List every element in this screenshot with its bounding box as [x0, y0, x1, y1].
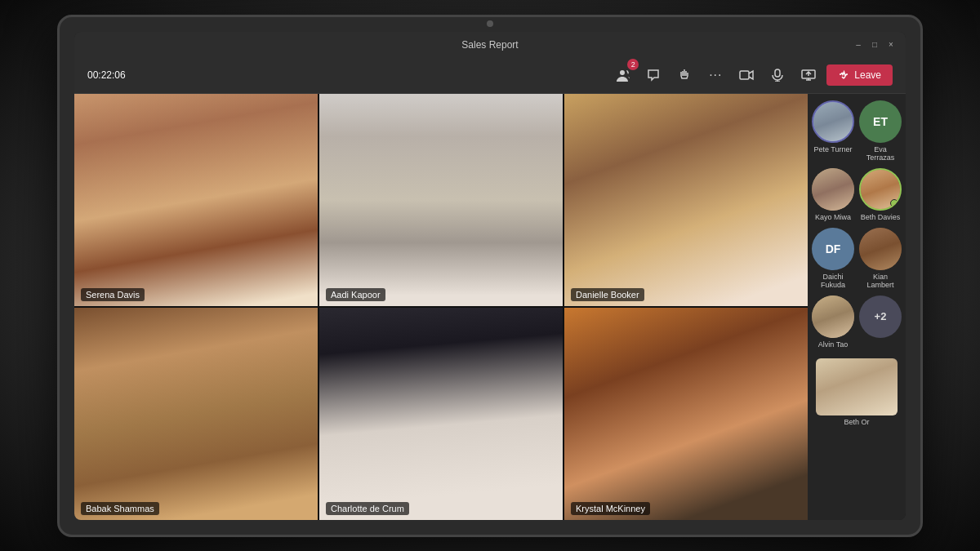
label-beth: Beth Davies — [861, 213, 901, 221]
video-cell-babak: Babak Shammas — [74, 308, 318, 520]
label-eva: Eva Terrazas — [859, 145, 902, 162]
participant-thumb-daichi[interactable]: DF Daichi Fukuda — [812, 228, 854, 289]
participant-thumb-kian[interactable]: Kian Lambert — [859, 228, 902, 289]
sidebar-panel: Pete Turner ET Eva Terrazas — [808, 94, 906, 520]
sidebar-row-2: Kayo Miwa Beth Davies — [813, 168, 901, 221]
participant-thumb-beth-or[interactable]: Beth Or — [813, 358, 901, 426]
avatar-more: +2 — [859, 295, 902, 338]
avatar-beth — [859, 168, 902, 211]
close-button[interactable]: × — [886, 40, 896, 50]
participant-thumb-pete[interactable]: Pete Turner — [812, 100, 854, 162]
laptop-frame: Sales Report – □ × 00:22:06 2 — [57, 15, 923, 537]
participant-name-danielle: Danielle Booker — [571, 288, 644, 301]
video-cell-charlotte: Charlotte de Crum — [319, 308, 563, 520]
label-kayo: Kayo Miwa — [815, 213, 851, 221]
maximize-button[interactable]: □ — [870, 40, 880, 50]
beth-or-video — [816, 358, 898, 415]
avatar-alvin — [812, 295, 854, 338]
label-beth-or: Beth Or — [844, 418, 869, 426]
minimize-button[interactable]: – — [853, 40, 863, 50]
participant-name-charlotte: Charlotte de Crum — [326, 502, 409, 515]
video-cell-danielle: Danielle Booker — [564, 94, 808, 306]
participant-name-serena: Serena Davis — [81, 288, 145, 301]
controls-bar: 00:22:06 2 — [74, 58, 906, 94]
participant-name-aadi: Aadi Kapoor — [326, 288, 385, 301]
avatar-kayo — [812, 168, 854, 211]
camera-notch — [487, 20, 493, 27]
sidebar-row-1: Pete Turner ET Eva Terrazas — [813, 100, 901, 162]
video-cell-serena: Serena Davis — [74, 94, 318, 306]
more-options-button[interactable]: ··· — [702, 62, 728, 88]
video-grid: Serena Davis Aadi Kapoor Ray Tanaka Baba… — [74, 94, 808, 520]
avatar-daichi: DF — [812, 228, 854, 270]
participants-button[interactable]: 2 — [609, 62, 635, 88]
sidebar-row-4: Alvin Tao +2 — [813, 295, 901, 349]
sidebar-row-3: DF Daichi Fukuda Kian Lambert — [813, 228, 901, 289]
camera-button[interactable] — [733, 62, 760, 88]
participant-thumb-beth[interactable]: Beth Davies — [859, 168, 902, 221]
label-pete: Pete Turner — [813, 145, 852, 153]
svg-rect-1 — [775, 69, 780, 77]
avatar-eva: ET — [859, 100, 902, 143]
chat-button[interactable] — [640, 62, 666, 88]
participant-name-babak: Babak Shammas — [81, 502, 159, 515]
video-cell-aadi: Aadi Kapoor — [319, 94, 563, 306]
call-timer: 00:22:06 — [87, 69, 126, 81]
participants-badge: 2 — [627, 59, 639, 70]
participant-thumb-kayo[interactable]: Kayo Miwa — [812, 168, 854, 221]
app-window: Sales Report – □ × 00:22:06 2 — [74, 32, 906, 520]
label-daichi: Daichi Fukuda — [812, 273, 854, 289]
main-content: Serena Davis Aadi Kapoor Ray Tanaka Baba… — [74, 94, 906, 520]
avatar-pete — [812, 100, 854, 143]
avatar-kian — [859, 228, 902, 270]
title-bar: Sales Report – □ × — [74, 32, 906, 58]
participant-thumb-alvin[interactable]: Alvin Tao — [812, 295, 854, 349]
leave-label: Leave — [854, 69, 881, 81]
leave-button[interactable]: Leave — [826, 64, 893, 86]
beth-speaking-dot — [890, 199, 898, 207]
svg-rect-0 — [740, 71, 749, 79]
raise-hand-button[interactable] — [671, 62, 697, 88]
video-cell-krystal: Krystal McKinney — [564, 308, 808, 520]
label-alvin: Alvin Tao — [818, 340, 848, 349]
label-kian: Kian Lambert — [859, 273, 902, 289]
microphone-button[interactable] — [764, 62, 791, 88]
participant-thumb-more[interactable]: +2 — [859, 295, 902, 349]
share-screen-button[interactable] — [795, 62, 822, 88]
participant-thumb-eva[interactable]: ET Eva Terrazas — [859, 100, 902, 162]
participant-name-krystal: Krystal McKinney — [571, 502, 650, 515]
window-title: Sales Report — [461, 39, 518, 51]
